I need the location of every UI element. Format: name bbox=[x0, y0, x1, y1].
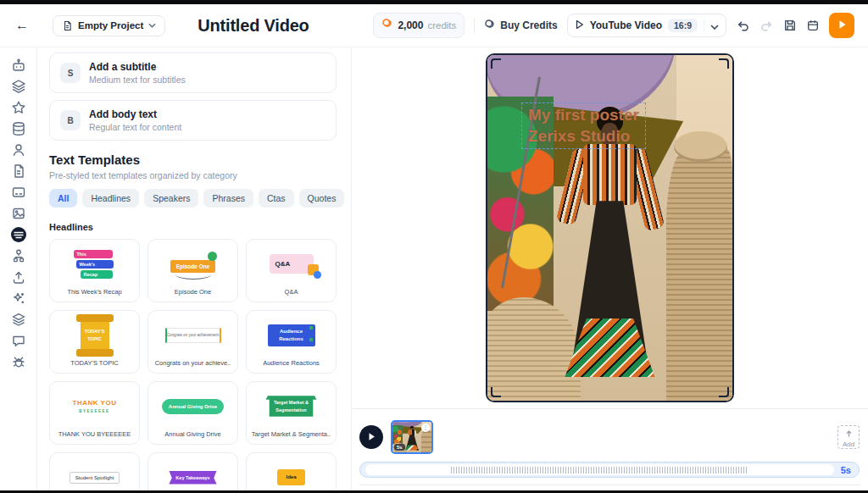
template-grid: This Week's Recap This Week's Recap Epis… bbox=[49, 239, 337, 493]
audio-track[interactable]: 5s bbox=[359, 462, 860, 478]
chip-all[interactable]: All bbox=[49, 189, 77, 208]
add-subtitle-card[interactable]: S Add a subtitle Medium text for subtitl… bbox=[49, 53, 337, 93]
template-label: This Week's Recap bbox=[63, 288, 125, 302]
sidebar-item-ai-tools[interactable] bbox=[8, 291, 30, 306]
template-card-qa[interactable]: Q&A Q&A bbox=[246, 239, 337, 302]
woman-figure bbox=[561, 107, 659, 401]
sidebar-item-workflow[interactable] bbox=[8, 248, 30, 263]
schedule-button[interactable] bbox=[806, 19, 820, 32]
template-card-congrats[interactable]: Congrats on your achievement Congrats on… bbox=[147, 310, 238, 374]
add-body-text-title: Add body text bbox=[89, 108, 181, 120]
chip-quotes[interactable]: Quotes bbox=[299, 189, 345, 208]
sidebar-item-favorites[interactable] bbox=[8, 100, 30, 115]
template-card-student-spotlight[interactable]: Student Spotlight Student Spotlight bbox=[49, 452, 140, 493]
export-button[interactable] bbox=[829, 13, 854, 38]
body-badge: B bbox=[60, 110, 81, 130]
template-label: Episode One bbox=[170, 288, 215, 302]
sidebar-item-text-templates-active[interactable] bbox=[8, 227, 30, 242]
header: ← Empty Project Untitled Video 2,000 cre… bbox=[0, 4, 868, 47]
resize-handle-bottom-left[interactable] bbox=[491, 387, 501, 397]
text-templates-panel: S Add a subtitle Medium text for subtitl… bbox=[37, 47, 352, 493]
chip-ctas[interactable]: Ctas bbox=[259, 189, 294, 208]
sidebar-item-layers[interactable] bbox=[8, 79, 30, 94]
file-icon bbox=[62, 20, 73, 31]
play-icon bbox=[367, 431, 376, 444]
template-label: Congrats on your achieve.. bbox=[151, 359, 236, 373]
play-icon bbox=[837, 19, 847, 32]
add-clip-button[interactable]: Add bbox=[837, 425, 860, 449]
template-card-annual-giving-drive[interactable]: Annual Giving Drive Annual Giving Drive bbox=[147, 381, 238, 445]
sidebar-item-media-library[interactable] bbox=[8, 121, 30, 136]
clip-track: 5s ⋮ Add bbox=[359, 420, 860, 454]
template-card-idea[interactable]: Idea Idea bbox=[246, 452, 337, 493]
timeline-clip-selected[interactable]: 5s ⋮ bbox=[391, 420, 433, 454]
timeline-play-button[interactable] bbox=[359, 425, 383, 449]
sidebar-item-debug[interactable] bbox=[8, 354, 30, 369]
waveform-icon bbox=[451, 467, 748, 474]
header-actions: 2,000 credits Buy Credits YouTube Video … bbox=[373, 13, 854, 38]
user-icon bbox=[11, 142, 26, 158]
template-preview: Target Market & Segmentation bbox=[247, 382, 336, 430]
template-card-episode-one[interactable]: Episode One Episode One bbox=[147, 239, 238, 302]
video-preview[interactable]: My first poster Zerixs Studio bbox=[486, 53, 734, 402]
template-preview: Congrats on your achievement bbox=[148, 311, 237, 359]
template-card-target-market[interactable]: Target Market & Segmentation Target Mark… bbox=[246, 381, 337, 445]
clip-menu-button[interactable]: ⋮ bbox=[421, 424, 430, 432]
chip-headlines[interactable]: Headlines bbox=[82, 189, 139, 208]
coin-icon bbox=[381, 18, 393, 33]
add-subtitle-desc: Medium text for subtitles bbox=[89, 75, 186, 85]
image-icon bbox=[11, 206, 26, 221]
resize-handle-bottom-right[interactable] bbox=[719, 387, 729, 397]
back-button[interactable]: ← bbox=[14, 18, 31, 33]
template-label: TODAY'S TOPIC bbox=[66, 359, 122, 373]
template-card-this-weeks-recap[interactable]: This Week's Recap This Week's Recap bbox=[49, 239, 140, 302]
sidebar-item-bot[interactable] bbox=[8, 58, 30, 73]
upload-icon bbox=[845, 427, 853, 440]
track-duration-label: 5s bbox=[841, 465, 851, 475]
timeline-divider bbox=[359, 485, 860, 485]
text-overlay-selected[interactable]: My first poster Zerixs Studio bbox=[521, 102, 646, 149]
stage: My first poster Zerixs Studio bbox=[352, 47, 868, 493]
template-card-audience-reactions[interactable]: Audience Reactions Audience Reactions bbox=[246, 310, 337, 374]
template-card-thank-you[interactable]: THANK YOU BYEEEEEE THANK YOU BYEEEEEE bbox=[49, 381, 140, 445]
template-preview: Idea bbox=[247, 453, 336, 493]
template-preview: Audience Reactions bbox=[247, 311, 336, 359]
undo-button[interactable] bbox=[736, 19, 750, 32]
aspect-ratio-badge: 16:9 bbox=[668, 19, 698, 32]
divider bbox=[474, 18, 475, 33]
category-chips: All Headlines Speakers Phrases Ctas Quot… bbox=[49, 189, 337, 208]
credits-amount: 2,000 bbox=[398, 19, 423, 31]
template-preview: THANK YOU BYEEEEEE bbox=[50, 382, 139, 430]
format-selector[interactable]: YouTube Video 16:9 bbox=[567, 14, 726, 37]
audio-waveform-container bbox=[365, 464, 834, 475]
template-card-key-takeaways[interactable]: Key Takeaways Key Takeaways bbox=[147, 452, 238, 493]
template-preview: Episode One bbox=[148, 240, 237, 288]
sidebar-item-comments[interactable] bbox=[8, 333, 30, 348]
add-body-text-card[interactable]: B Add body text Regular text for content bbox=[49, 100, 337, 141]
coin-icon bbox=[484, 19, 496, 33]
sidebar-item-avatars[interactable] bbox=[8, 142, 30, 158]
resize-handle-top-right[interactable] bbox=[719, 58, 729, 69]
template-label: Audience Reactions bbox=[259, 359, 324, 373]
template-label: Q&A bbox=[281, 288, 303, 302]
save-button[interactable] bbox=[783, 19, 797, 32]
sidebar-item-script[interactable] bbox=[8, 163, 30, 179]
sidebar-item-images[interactable] bbox=[8, 206, 30, 221]
template-card-todays-topic[interactable]: TODAY'S TOPIC TODAY'S TOPIC bbox=[49, 310, 140, 374]
sidebar-item-stack[interactable] bbox=[8, 312, 30, 327]
redo-button[interactable] bbox=[760, 19, 774, 32]
resize-handle-top-left[interactable] bbox=[491, 58, 501, 69]
sidebar-item-upload[interactable] bbox=[8, 269, 30, 285]
group-title: Headlines bbox=[49, 222, 337, 232]
template-preview: Q&A bbox=[247, 240, 336, 288]
layers-icon bbox=[11, 79, 26, 94]
chip-phrases[interactable]: Phrases bbox=[203, 189, 253, 208]
document-icon bbox=[11, 163, 26, 179]
database-icon bbox=[11, 121, 26, 136]
divider bbox=[704, 19, 704, 32]
sidebar-item-captions[interactable] bbox=[8, 185, 30, 200]
overlay-line-2: Zerixs Studio bbox=[528, 126, 639, 147]
buy-credits-button[interactable]: Buy Credits bbox=[484, 19, 557, 33]
project-selector[interactable]: Empty Project bbox=[53, 15, 165, 36]
chip-speakers[interactable]: Speakers bbox=[144, 189, 198, 208]
